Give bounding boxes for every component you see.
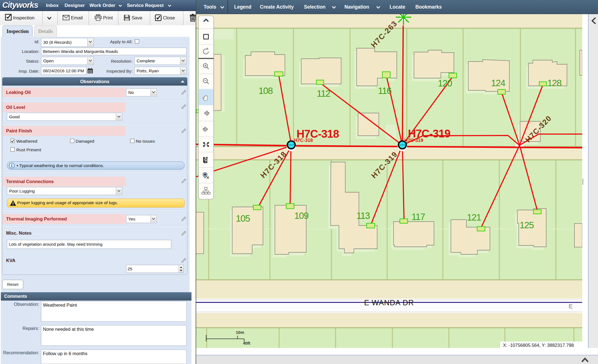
- svg-text:121: 121: [467, 212, 481, 222]
- svg-text:117: 117: [412, 212, 425, 222]
- svg-text:H7C-319: H7C-319: [404, 138, 423, 143]
- svg-text:40ft: 40ft: [243, 341, 251, 345]
- svg-text:124: 124: [491, 78, 505, 88]
- svg-text:125: 125: [520, 220, 534, 230]
- svg-text:E: E: [569, 303, 573, 310]
- svg-text:105: 105: [236, 213, 250, 224]
- svg-text:X: -10756805.564, Y: 3882317.7: X: -10756805.564, Y: 3882317.798: [503, 343, 574, 348]
- svg-text:E WANDA DR: E WANDA DR: [364, 299, 414, 307]
- svg-text:128: 128: [547, 78, 561, 88]
- svg-text:116: 116: [378, 86, 391, 96]
- svg-text:H7C-318: H7C-318: [294, 138, 313, 143]
- svg-text:113: 113: [356, 211, 370, 221]
- svg-text:109: 109: [294, 211, 308, 221]
- svg-text:10m: 10m: [236, 330, 244, 335]
- svg-text:120: 120: [438, 78, 452, 88]
- svg-text:108: 108: [259, 86, 273, 96]
- svg-text:112: 112: [317, 88, 330, 99]
